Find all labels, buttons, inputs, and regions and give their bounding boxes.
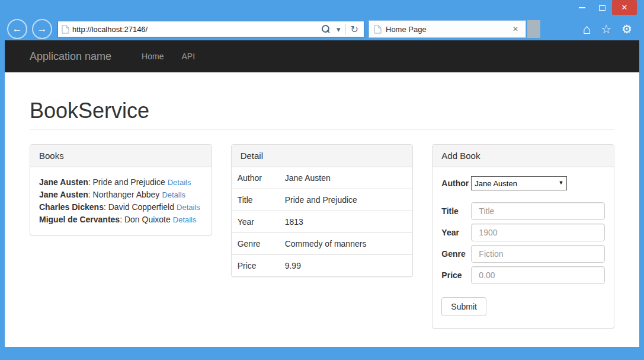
book-author: Charles Dickens [39, 202, 104, 212]
detail-value: 9.99 [285, 261, 301, 270]
add-book-panel: Add Book Author Jane Austen ▼ Title [432, 144, 614, 329]
back-icon: ← [12, 23, 23, 35]
book-author: Jane Austen [39, 177, 88, 187]
minimize-icon [579, 7, 585, 8]
tab-title: Home Page [386, 25, 510, 34]
book-title: Pride and Prejudice [93, 177, 165, 187]
genre-input[interactable] [471, 245, 605, 263]
window-titlebar[interactable]: ✕ [0, 0, 644, 18]
price-label: Price [441, 270, 471, 280]
search-dropdown-caret-icon[interactable]: ▾ [334, 25, 344, 34]
detail-row: Price 9.99 [232, 254, 413, 276]
back-button[interactable]: ← [7, 19, 27, 39]
author-select[interactable]: Jane Austen [471, 176, 567, 190]
book-details-link[interactable]: Details [162, 190, 185, 199]
title-input[interactable] [471, 202, 605, 220]
book-item: Jane Austen: Northanger AbbeyDetails [39, 190, 185, 199]
browser-tab[interactable]: Home Page ✕ [369, 20, 526, 38]
detail-row: Title Pride and Prejudice [232, 189, 413, 211]
detail-row: Year 1813 [232, 211, 413, 232]
panels-row: Books Jane Austen: Pride and PrejudiceDe… [30, 144, 614, 329]
price-field-row: Price [441, 266, 605, 284]
page: Application name Home API BookService Bo… [5, 40, 639, 347]
forward-button[interactable]: → [32, 19, 52, 39]
navbar-brand[interactable]: Application name [30, 50, 111, 63]
page-title: BookService [30, 98, 614, 123]
author-select-wrap: Jane Austen ▼ [471, 176, 567, 190]
forward-icon: → [37, 23, 47, 35]
detail-value: Commedy of manners [285, 239, 367, 249]
separator: : [88, 177, 93, 187]
book-title: David Copperfield [108, 202, 174, 212]
content-container: BookService Books Jane Austen: Pride and… [5, 98, 639, 329]
add-book-panel-heading: Add Book [432, 145, 614, 167]
refresh-icon[interactable]: ↻ [348, 24, 361, 35]
books-list: Jane Austen: Pride and PrejudiceDetails … [30, 167, 212, 235]
favorites-star-icon[interactable]: ☆ [601, 23, 611, 35]
genre-field-row: Genre [441, 245, 605, 263]
address-divider [345, 24, 346, 34]
maximize-icon [599, 5, 605, 11]
tab-close-icon[interactable]: ✕ [510, 24, 521, 34]
detail-label: Year [238, 217, 285, 227]
year-input[interactable] [471, 224, 605, 241]
navbar: Application name Home API [5, 40, 639, 72]
separator: : [88, 190, 93, 199]
detail-value: 1813 [285, 217, 303, 227]
book-title: Don Quixote [124, 215, 171, 224]
book-item: Charles Dickens: David CopperfieldDetail… [39, 202, 200, 212]
toolbar-right-icons: ⌂ ☆ ⚙ [582, 23, 632, 36]
search-icon[interactable] [322, 25, 330, 33]
year-label: Year [441, 228, 471, 237]
detail-value: Jane Austen [285, 173, 331, 183]
book-author: Jane Austen [39, 190, 88, 199]
close-button[interactable]: ✕ [612, 0, 637, 15]
detail-label: Title [238, 195, 285, 205]
book-details-link[interactable]: Details [173, 215, 197, 224]
price-input[interactable] [471, 266, 605, 284]
detail-label: Author [238, 173, 285, 183]
book-item: Jane Austen: Pride and PrejudiceDetails [39, 177, 191, 187]
separator: : [104, 202, 108, 212]
detail-row: Author Jane Austen [232, 167, 413, 189]
title-field-row: Title [441, 202, 605, 220]
detail-label: Genre [238, 239, 285, 249]
detail-panel-heading: Detail [232, 145, 413, 167]
genre-label: Genre [441, 249, 471, 259]
divider [30, 129, 614, 130]
page-icon [374, 25, 382, 34]
author-label: Author [441, 179, 471, 188]
detail-row: Genre Commedy of manners [232, 232, 413, 254]
new-tab-button[interactable] [527, 20, 540, 38]
detail-label: Price [238, 261, 285, 270]
minimize-button[interactable] [572, 0, 592, 15]
books-panel: Books Jane Austen: Pride and PrejudiceDe… [30, 144, 212, 235]
detail-value: Pride and Prejudice [285, 195, 357, 205]
book-details-link[interactable]: Details [168, 178, 191, 187]
year-field-row: Year [441, 224, 605, 241]
nav-item-home[interactable]: Home [133, 52, 172, 61]
settings-gear-icon[interactable]: ⚙ [621, 23, 632, 35]
title-label: Title [441, 206, 471, 216]
address-input[interactable] [72, 25, 318, 34]
book-details-link[interactable]: Details [177, 203, 200, 212]
maximize-button[interactable] [592, 0, 612, 15]
detail-panel: Detail Author Jane Austen Title Pride an… [231, 144, 414, 277]
page-icon [62, 25, 69, 34]
address-bar[interactable]: ▾ ↻ [57, 21, 364, 37]
submit-button[interactable]: Submit [441, 297, 486, 316]
separator: : [120, 215, 124, 224]
books-panel-heading: Books [30, 145, 212, 167]
book-author: Miguel de Cervantes [39, 215, 120, 224]
author-field-row: Author Jane Austen ▼ [441, 176, 605, 190]
add-book-form: Author Jane Austen ▼ Title Year [432, 167, 614, 328]
book-item: Miguel de Cervantes: Don QuixoteDetails [39, 215, 197, 224]
close-icon: ✕ [621, 3, 628, 12]
nav-item-api[interactable]: API [172, 52, 204, 61]
home-icon[interactable]: ⌂ [582, 23, 591, 36]
browser-toolbar: ← → ▾ ↻ Home Page ✕ ⌂ ☆ ⚙ [0, 18, 644, 40]
book-title: Northanger Abbey [93, 190, 160, 199]
window-controls: ✕ [572, 0, 637, 15]
detail-table: Author Jane Austen Title Pride and Preju… [232, 167, 413, 276]
